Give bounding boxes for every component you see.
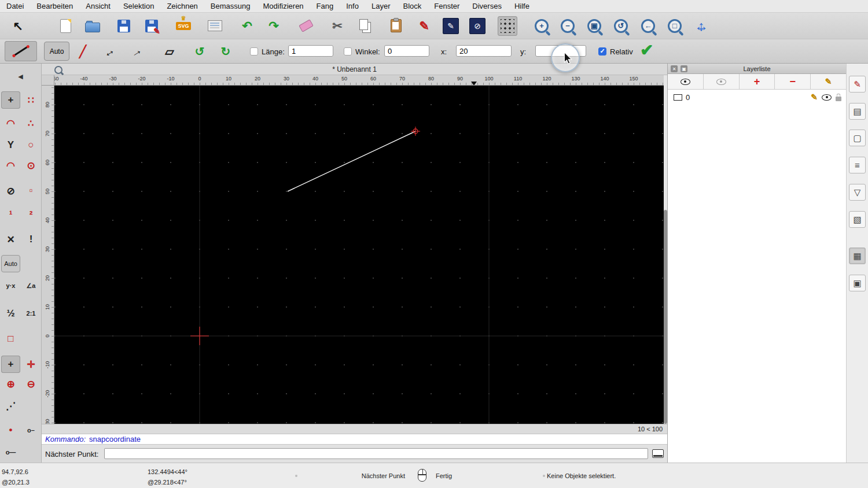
lock-rel-zero-icon[interactable]: o–: [21, 422, 41, 439]
attributes-icon[interactable]: ✎: [441, 16, 461, 36]
zoom-in-icon[interactable]: +: [532, 16, 551, 36]
grid-small-icon[interactable]: +: [1, 356, 20, 373]
redo-point-icon[interactable]: ↻: [215, 42, 236, 61]
line-free-icon[interactable]: ╱: [72, 42, 93, 61]
polyline-icon[interactable]: ▱: [159, 42, 180, 61]
menu-info[interactable]: Info: [340, 2, 365, 10]
snap-arc-center-icon[interactable]: ◠: [1, 157, 20, 174]
menu-fenster[interactable]: Fenster: [428, 2, 466, 10]
save-as-icon[interactable]: ✎: [142, 16, 161, 36]
menu-selektion[interactable]: Selektion: [117, 2, 160, 10]
modify-layer-icon[interactable]: ✎: [811, 74, 846, 89]
laenge-checkbox[interactable]: [250, 47, 258, 56]
snap-on-entity-icon[interactable]: ∴: [21, 114, 41, 132]
layer-lock-icon[interactable]: [836, 97, 841, 101]
angle-lines-icon[interactable]: ⋰: [1, 397, 20, 415]
point-marker-icon[interactable]: •: [1, 422, 20, 439]
zoom-region-icon[interactable]: □: [1, 330, 20, 347]
relativ-checkbox[interactable]: [598, 47, 606, 56]
menu-zeichnen[interactable]: Zeichnen: [160, 2, 204, 10]
pointer-icon[interactable]: ↖: [8, 16, 28, 36]
crosshair-icon[interactable]: ✛: [21, 356, 41, 373]
layer-type-icon[interactable]: [674, 94, 682, 101]
defreeze-all-layers-icon[interactable]: [668, 74, 704, 89]
layer-row[interactable]: 0✎: [668, 91, 846, 103]
snap-endpoint-icon[interactable]: ◠: [1, 114, 20, 132]
svg-export-icon[interactable]: SVG: [174, 16, 193, 36]
snap-auto-button[interactable]: Auto: [1, 255, 20, 272]
command-dock-icon[interactable]: [652, 449, 664, 458]
menu-modifizieren[interactable]: Modifizieren: [257, 2, 310, 10]
menu-block[interactable]: Block: [396, 2, 428, 10]
delete-icon[interactable]: [296, 16, 316, 36]
line-one-arrow-icon[interactable]: →: [126, 42, 146, 61]
new-file-icon[interactable]: [56, 16, 75, 36]
snap-intersection-manual-icon[interactable]: ✕: [1, 231, 20, 248]
filter-widget-icon[interactable]: ▽: [849, 184, 866, 201]
x-input[interactable]: [456, 45, 512, 57]
library-widget-icon[interactable]: ▧: [849, 211, 866, 228]
rel-zero-icon[interactable]: ⊕: [1, 375, 20, 393]
key-icon[interactable]: o—: [1, 443, 20, 461]
print-preview-icon[interactable]: [205, 16, 225, 36]
undo-point-icon[interactable]: ↺: [189, 42, 210, 61]
zoom-previous-icon[interactable]: ←: [638, 16, 658, 36]
window-widget-icon[interactable]: ▢: [849, 130, 866, 146]
layer-panel-header[interactable]: Layerliste ✕▣: [668, 64, 846, 74]
collapse-palette-icon[interactable]: ◀: [0, 69, 41, 83]
prompt-input[interactable]: [104, 448, 648, 459]
layer-edit-icon[interactable]: ✎: [811, 93, 818, 102]
clipboard-widget-icon[interactable]: ▣: [849, 275, 866, 291]
drawing-canvas[interactable]: [54, 86, 664, 424]
menu-bearbeiten[interactable]: Bearbeiten: [30, 2, 79, 10]
restrict-orthogonal-icon[interactable]: y·x: [1, 277, 20, 294]
grid-toggle-icon[interactable]: [498, 16, 517, 36]
snap-distance-point-icon[interactable]: ⊙: [21, 157, 41, 174]
snap-free-icon[interactable]: +: [1, 91, 20, 109]
snap-distance-1-icon[interactable]: ¹: [1, 206, 20, 224]
winkel-checkbox[interactable]: [344, 47, 352, 56]
laenge-input[interactable]: [288, 45, 333, 57]
menu-layer[interactable]: Layer: [365, 2, 397, 10]
save-icon[interactable]: [114, 16, 134, 36]
restrict-nothing-icon[interactable]: !: [21, 231, 41, 248]
zoom-auto-icon[interactable]: ▣: [584, 16, 604, 36]
paste-icon[interactable]: [386, 16, 406, 36]
menu-bemassung[interactable]: Bemassung: [204, 2, 257, 10]
menu-diverses[interactable]: Diverses: [466, 2, 508, 10]
menu-datei[interactable]: Datei: [0, 2, 30, 10]
confirm-icon[interactable]: ✔: [640, 40, 653, 60]
snap-tangent-icon[interactable]: ⊘: [1, 182, 20, 199]
redo-icon[interactable]: ↷: [264, 16, 284, 36]
zoom-redraw-icon[interactable]: ↺: [611, 16, 631, 36]
line-tool-button[interactable]: [5, 41, 37, 61]
pen-icon[interactable]: ✎: [414, 16, 434, 36]
snap-angle-icon[interactable]: ∠a: [21, 277, 41, 294]
copy-icon[interactable]: [355, 16, 374, 36]
close-panel-icon[interactable]: ✕: [671, 65, 678, 72]
zoom-indicator-icon[interactable]: [54, 66, 62, 74]
zoom-window-icon[interactable]: □: [665, 16, 685, 36]
table-widget-icon[interactable]: ▦: [849, 247, 866, 264]
menu-fang[interactable]: Fang: [310, 2, 340, 10]
ellipse-visibility-icon[interactable]: ⊘: [468, 16, 487, 36]
rel-zero-move-icon[interactable]: ⊖: [21, 375, 41, 393]
open-file-icon[interactable]: [83, 16, 102, 36]
add-layer-icon[interactable]: +: [740, 74, 775, 89]
float-panel-icon[interactable]: ▣: [681, 65, 687, 72]
cut-icon[interactable]: ✂: [328, 16, 347, 36]
snap-ratio-icon[interactable]: 2:1: [21, 305, 41, 322]
remove-layer-icon[interactable]: −: [775, 74, 811, 89]
zoom-out-icon[interactable]: −: [558, 16, 578, 36]
snap-intersection-icon[interactable]: ▫: [21, 182, 41, 199]
winkel-input[interactable]: [384, 45, 429, 57]
snap-distance-2-icon[interactable]: ²: [21, 206, 41, 224]
snap-middle-icon[interactable]: ○: [21, 136, 41, 154]
pen-style-widget-icon[interactable]: ✎: [849, 76, 866, 93]
list-widget-icon[interactable]: ≡: [849, 157, 866, 173]
snap-center-icon[interactable]: Y: [1, 136, 20, 154]
undo-icon[interactable]: ↶: [237, 16, 257, 36]
tool-mode-auto-button[interactable]: Auto: [44, 42, 69, 61]
snap-middle-manual-icon[interactable]: ½: [1, 305, 20, 322]
command-line[interactable]: Kommando: snapcoordinate: [42, 434, 667, 444]
